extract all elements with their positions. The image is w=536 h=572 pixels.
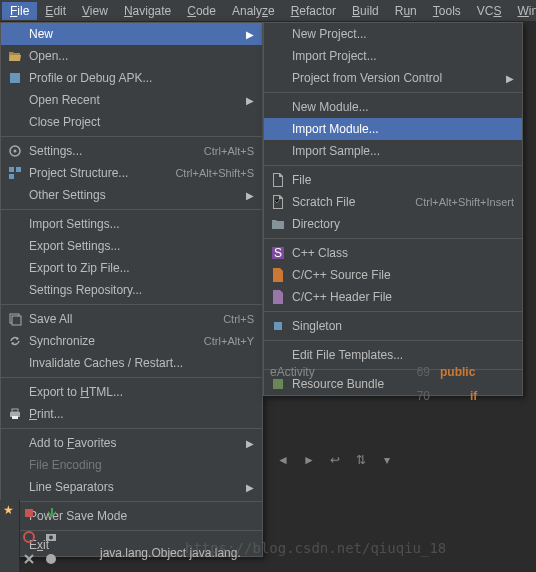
file-print[interactable]: Print... bbox=[1, 403, 262, 425]
label: Singleton bbox=[292, 319, 514, 333]
file-settings-repo[interactable]: Settings Repository... bbox=[1, 279, 262, 301]
console-output: java.lang.Object java.lang. I/zygote: at… bbox=[60, 483, 536, 572]
blank-icon bbox=[7, 92, 23, 108]
blank-icon bbox=[7, 435, 23, 451]
editor-code: public if bbox=[440, 360, 477, 408]
label: Import Settings... bbox=[29, 217, 254, 231]
file-new[interactable]: New ▶ bbox=[1, 23, 262, 45]
menu-build[interactable]: Build bbox=[344, 2, 387, 20]
file-profile-apk[interactable]: Profile or Debug APK... bbox=[1, 67, 262, 89]
file-export-html[interactable]: Export to HTML... bbox=[1, 381, 262, 403]
file-export-zip[interactable]: Export to Zip File... bbox=[1, 257, 262, 279]
file-add-favorites[interactable]: Add to Favorites▶ bbox=[1, 432, 262, 454]
import-sample[interactable]: Import Sample... bbox=[264, 140, 522, 162]
file-project-structure[interactable]: Project Structure... Ctrl+Alt+Shift+S bbox=[1, 162, 262, 184]
new-module[interactable]: New Module... bbox=[264, 96, 522, 118]
file-invalidate[interactable]: Invalidate Caches / Restart... bbox=[1, 352, 262, 374]
blank-icon bbox=[270, 143, 286, 159]
file-synchronize[interactable]: Synchronize Ctrl+Alt+Y bbox=[1, 330, 262, 352]
forward-icon[interactable]: ► bbox=[301, 452, 317, 468]
c-header-icon bbox=[270, 289, 286, 305]
svg-rect-7 bbox=[12, 316, 21, 325]
menu-navigate[interactable]: Navigate bbox=[116, 2, 179, 20]
separator bbox=[264, 311, 522, 312]
file-profile-label: Profile or Debug APK... bbox=[29, 71, 254, 85]
file-new-label: New bbox=[29, 27, 246, 41]
separator bbox=[1, 136, 262, 137]
menu-window[interactable]: Window bbox=[509, 2, 536, 20]
new-project[interactable]: New Project... bbox=[264, 23, 522, 45]
c-source-icon bbox=[270, 267, 286, 283]
editor-gutter: 69 70 bbox=[390, 360, 430, 408]
label: Export Settings... bbox=[29, 239, 254, 253]
label: Scratch File bbox=[292, 195, 395, 209]
stop-icon[interactable] bbox=[22, 506, 36, 520]
new-c-header[interactable]: C/C++ Header File bbox=[264, 286, 522, 308]
new-file[interactable]: File bbox=[264, 169, 522, 191]
label: C/C++ Header File bbox=[292, 290, 514, 304]
star-icon: ★ bbox=[0, 500, 19, 520]
file-open-recent[interactable]: Open Recent ▶ bbox=[1, 89, 262, 111]
back-icon[interactable]: ◄ bbox=[275, 452, 291, 468]
file-other-settings[interactable]: Other Settings ▶ bbox=[1, 184, 262, 206]
file-encoding: File Encoding bbox=[1, 454, 262, 476]
new-cpp-class[interactable]: S C++ Class bbox=[264, 242, 522, 264]
debug-icon[interactable] bbox=[44, 552, 58, 566]
filter-icon[interactable]: ▾ bbox=[379, 452, 395, 468]
camera-icon[interactable] bbox=[44, 530, 58, 544]
separator bbox=[264, 340, 522, 341]
scroll-icon[interactable]: ⇅ bbox=[353, 452, 369, 468]
label: Project from Version Control bbox=[292, 71, 506, 85]
keyword: if bbox=[470, 389, 477, 403]
file-export-settings[interactable]: Export Settings... bbox=[1, 235, 262, 257]
file-open-label: Open... bbox=[29, 49, 254, 63]
menu-analyze[interactable]: Analyze bbox=[224, 2, 283, 20]
new-directory[interactable]: Directory bbox=[264, 213, 522, 235]
svg-text:S: S bbox=[274, 246, 282, 260]
keyword: public bbox=[440, 365, 475, 379]
file-dropdown: New ▶ Open... Profile or Debug APK... Op… bbox=[0, 22, 263, 557]
editor-tab-fragment: eActivity bbox=[270, 365, 315, 379]
svg-rect-13 bbox=[274, 322, 282, 330]
menu-code[interactable]: Code bbox=[179, 2, 224, 20]
blank-icon bbox=[270, 99, 286, 115]
new-c-source[interactable]: C/C++ Source File bbox=[264, 264, 522, 286]
file-open[interactable]: Open... bbox=[1, 45, 262, 67]
menu-file[interactable]: File bbox=[2, 2, 37, 20]
file-save-all[interactable]: Save All Ctrl+S bbox=[1, 308, 262, 330]
menubar: File Edit View Navigate Code Analyze Ref… bbox=[0, 0, 536, 22]
menu-view[interactable]: View bbox=[74, 2, 116, 20]
new-scratch[interactable]: Scratch File Ctrl+Alt+Shift+Insert bbox=[264, 191, 522, 213]
file-settings[interactable]: Settings... Ctrl+Alt+S bbox=[1, 140, 262, 162]
menu-run[interactable]: Run bbox=[387, 2, 425, 20]
project-from-vcs[interactable]: Project from Version Control▶ bbox=[264, 67, 522, 89]
import-module[interactable]: Import Module... bbox=[264, 118, 522, 140]
menu-tools[interactable]: Tools bbox=[425, 2, 469, 20]
blank-icon bbox=[7, 260, 23, 276]
restart-icon[interactable] bbox=[22, 530, 36, 544]
import-project[interactable]: Import Project... bbox=[264, 45, 522, 67]
svg-rect-3 bbox=[9, 167, 14, 172]
file-project-structure-label: Project Structure... bbox=[29, 166, 155, 180]
file-close-project[interactable]: Close Project bbox=[1, 111, 262, 133]
menu-vcs[interactable]: VCS bbox=[469, 2, 510, 20]
svg-rect-15 bbox=[25, 509, 33, 517]
kill-icon[interactable] bbox=[22, 552, 36, 566]
editor-toolbar: ◄ ► ↩ ⇅ ▾ bbox=[275, 452, 395, 468]
svg-rect-10 bbox=[12, 416, 18, 419]
download-icon[interactable] bbox=[44, 506, 58, 520]
menu-edit[interactable]: Edit bbox=[37, 2, 74, 20]
scratch-icon bbox=[270, 194, 286, 210]
svg-rect-0 bbox=[10, 73, 20, 83]
wrap-icon[interactable]: ↩ bbox=[327, 452, 343, 468]
file-settings-label: Settings... bbox=[29, 144, 184, 158]
blank-icon bbox=[270, 121, 286, 137]
svg-rect-9 bbox=[12, 409, 18, 412]
menu-refactor[interactable]: Refactor bbox=[283, 2, 344, 20]
sync-icon bbox=[7, 333, 23, 349]
file-import-settings[interactable]: Import Settings... bbox=[1, 213, 262, 235]
new-singleton[interactable]: Singleton bbox=[264, 315, 522, 337]
label: New Module... bbox=[292, 100, 514, 114]
separator bbox=[264, 92, 522, 93]
gear-icon bbox=[7, 143, 23, 159]
